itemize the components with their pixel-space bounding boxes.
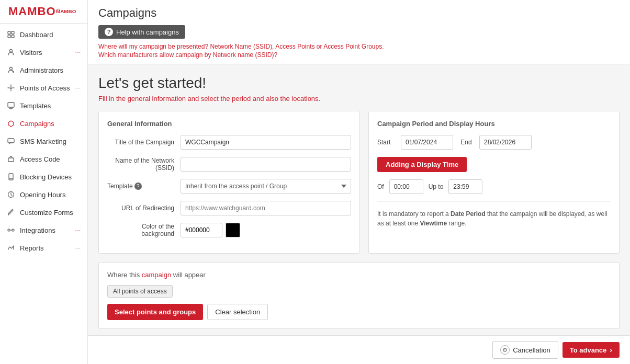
section-title: Let's get started! [98, 75, 620, 92]
url-input[interactable] [181, 201, 351, 215]
title-input[interactable] [181, 135, 351, 150]
info-link-1[interactable]: Where will my campaign be presented? Net… [98, 43, 620, 50]
sidebar-item-points-of-access[interactable]: Points of Access ··· [0, 79, 87, 97]
sidebar-item-label: Opening Hours [20, 191, 65, 199]
svg-rect-12 [9, 174, 13, 180]
where-text: Where this [107, 271, 142, 279]
opening-hours-icon [6, 190, 16, 199]
campaigns-icon [6, 119, 16, 128]
mandatory-notice: It is mandatory to report a Date Period … [377, 201, 611, 228]
sidebar-item-label: Access Code [20, 155, 60, 163]
select-points-button[interactable]: Select points and groups [107, 304, 203, 320]
logo-area: MAMBO MAMBO [0, 0, 87, 24]
chevron-right-icon: › [610, 346, 612, 354]
svg-rect-2 [12, 31, 14, 34]
svg-rect-4 [12, 35, 14, 38]
network-label: Name of the Network (SSID) [107, 157, 181, 172]
sidebar-item-label: Visitors [20, 49, 42, 56]
network-input[interactable] [181, 157, 351, 172]
general-info-title: General Information [107, 120, 351, 128]
of-time-input[interactable] [389, 179, 423, 194]
sidebar-item-label: Dashboard [20, 31, 53, 39]
sidebar-item-label: Customize Forms [20, 209, 73, 217]
sidebar-item-access-code[interactable]: Access Code [0, 150, 87, 168]
app-logo: MAMBO [8, 5, 56, 18]
mandatory-text-pre: It is mandatory to report a [377, 210, 451, 218]
template-select[interactable]: Inherit from the access point / Group [181, 179, 351, 194]
administrators-icon [6, 65, 16, 75]
sidebar-item-campaigns[interactable]: Campaigns [0, 115, 87, 132]
sidebar-item-label: Blocking Devices [20, 173, 72, 181]
svg-point-5 [10, 50, 13, 52]
sidebar-item-customize-forms[interactable]: Customize Forms [0, 203, 87, 221]
sidebar-item-sms-marketing[interactable]: SMS Marketing [0, 132, 87, 150]
main-header: Campaigns ? Help with campaigns Where wi… [88, 0, 630, 64]
sidebar-item-visitors[interactable]: Visitors ··· [0, 43, 87, 61]
location-panel: Where this campaign will appear All poin… [98, 262, 620, 329]
section-subtitle: Fill in the general information and sele… [98, 95, 620, 103]
network-row: Name of the Network (SSID) [107, 157, 351, 172]
svg-rect-1 [8, 31, 10, 34]
dashboard-icon [6, 30, 16, 39]
svg-rect-3 [8, 35, 10, 38]
sidebar-dots: ··· [75, 228, 81, 233]
help-button[interactable]: ? Help with campaigns [98, 25, 185, 39]
svg-rect-9 [8, 103, 14, 107]
mandatory-text-post: range. [447, 220, 466, 227]
cancel-button[interactable]: ⚙ Cancellation [492, 341, 558, 359]
will-appear-text: will appear [171, 271, 206, 279]
advance-button[interactable]: To advance › [562, 342, 620, 358]
info-link-2[interactable]: Which manufacturers allow campaign by Ne… [98, 51, 620, 59]
sidebar-item-label: Campaigns [20, 120, 54, 128]
sidebar-item-reports[interactable]: Reports ··· [0, 239, 87, 257]
svg-point-8 [10, 87, 12, 89]
title-row: Title of the Campaign [107, 135, 351, 150]
sms-marketing-icon [6, 136, 16, 146]
start-date-input[interactable] [401, 135, 453, 150]
template-row: Template ? Inherit from the access point… [107, 179, 351, 194]
time-row: Of Up to [377, 179, 611, 194]
template-help-icon[interactable]: ? [134, 183, 142, 190]
clear-selection-button[interactable]: Clear selection [207, 304, 268, 320]
sidebar-item-label: SMS Marketing [20, 138, 66, 145]
sidebar-navigation: Dashboard Visitors ··· Administrators Po… [0, 24, 87, 364]
sidebar-item-templates[interactable]: Templates [0, 97, 87, 115]
sidebar-dots: ··· [75, 85, 81, 91]
color-hex-input[interactable] [181, 223, 222, 237]
upto-time-input[interactable] [448, 179, 482, 194]
blocking-devices-icon [6, 172, 16, 181]
all-points-badge: All points of access [107, 285, 173, 298]
help-icon: ? [105, 28, 113, 36]
svg-rect-11 [8, 158, 14, 162]
page-title: Campaigns [98, 6, 620, 20]
cancel-label: Cancellation [513, 346, 550, 354]
date-row: Start End [377, 135, 611, 150]
add-display-time-button[interactable]: Adding a Display Time [377, 157, 467, 172]
color-swatch[interactable] [226, 223, 240, 237]
sidebar-item-opening-hours[interactable]: Opening Hours [0, 186, 87, 203]
color-picker [181, 223, 240, 237]
of-label: Of [377, 183, 384, 190]
info-links: Where will my campaign be presented? Net… [98, 43, 620, 59]
sidebar-item-administrators[interactable]: Administrators [0, 61, 87, 79]
content-area: Let's get started! Fill in the general i… [88, 64, 630, 335]
period-panel-title: Campaign Period and Display Hours [377, 120, 611, 128]
sidebar-item-integrations[interactable]: Integrations ··· [0, 221, 87, 239]
integrations-icon [6, 225, 16, 235]
sidebar-item-dashboard[interactable]: Dashboard [0, 26, 87, 43]
sidebar-item-label: Reports [20, 244, 44, 252]
sidebar-item-label: Points of Access [20, 84, 70, 92]
advance-label: To advance [570, 346, 607, 354]
end-date-input[interactable] [479, 135, 532, 150]
svg-point-7 [13, 71, 14, 73]
points-of-access-icon [6, 83, 16, 93]
color-label: Color of the background [107, 223, 181, 237]
sidebar-item-label: Integrations [20, 226, 55, 234]
start-label: Start [377, 139, 396, 146]
sidebar-item-blocking-devices[interactable]: Blocking Devices [0, 168, 87, 186]
title-label: Title of the Campaign [107, 139, 181, 146]
color-row: Color of the background [107, 223, 351, 237]
sidebar-dots: ··· [75, 50, 81, 55]
sidebar-dots: ··· [75, 245, 81, 251]
customize-forms-icon [6, 208, 16, 217]
